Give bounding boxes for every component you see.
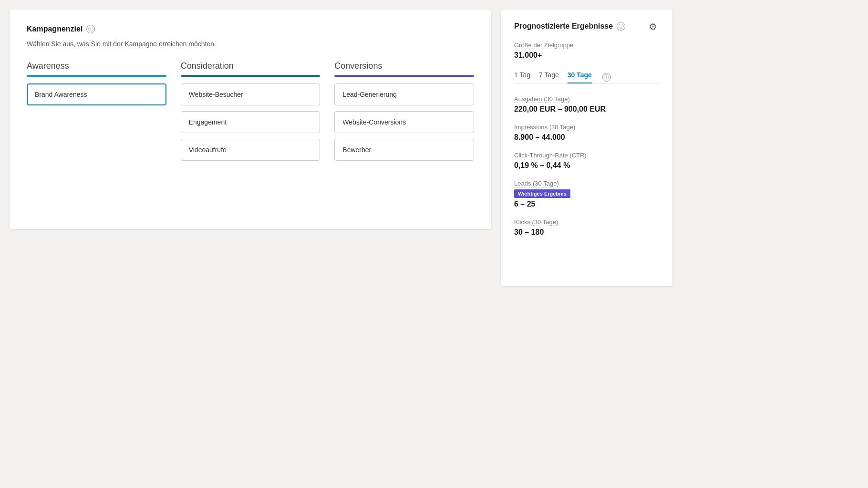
category-col-conversions: ConversionsLead-GenerierungWebsite-Conve… (334, 61, 474, 166)
metric-value-badge-row: Wichtiges Ergebnis (514, 189, 659, 198)
metric-label: Impressions (30 Tage) (514, 124, 575, 131)
category-col-awareness: AwarenessBrand Awareness (27, 61, 181, 166)
card-subtitle: Wählen Sie aus, was Sie mit der Kampagne… (27, 40, 474, 48)
card-title-row: Kampagnenziel ⓘ (27, 25, 474, 33)
audience-label: Größe der Zielgruppe (514, 42, 573, 49)
category-bar-consideration (181, 75, 320, 77)
option-btn-website-besucher[interactable]: Website-Besucher (181, 83, 320, 105)
metric-label: Ausgaben (30 Tage) (514, 95, 570, 103)
tab-7-tage[interactable]: 7 Tage (539, 71, 559, 83)
category-header-awareness: Awareness (27, 61, 166, 77)
option-btn-bewerber[interactable]: Bewerber (334, 139, 474, 161)
panel-title-row: Prognostizierte Ergebnisse ⓘ (514, 22, 625, 31)
categories-row: AwarenessBrand AwarenessConsiderationWeb… (27, 61, 474, 166)
option-btn-lead-generierung[interactable]: Lead-Generierung (334, 83, 474, 105)
category-bar-awareness (27, 75, 166, 77)
audience-value: 31.000+ (514, 51, 659, 60)
option-btn-brand-awareness[interactable]: Brand Awareness (27, 83, 166, 105)
title-info-icon[interactable]: ⓘ (86, 25, 95, 33)
metric-label: Click-Through-Rate (CTR) (514, 152, 587, 159)
tab-30-tage[interactable]: 30 Tage (568, 71, 592, 83)
option-btn-engagement[interactable]: Engagement (181, 111, 320, 133)
panel-info-icon[interactable]: ⓘ (617, 22, 625, 31)
category-header-conversions: Conversions (334, 61, 474, 77)
metric-row-leads--30-tage-: Leads (30 Tage)Wichtiges Ergebnis6 – 25 (514, 179, 659, 208)
metric-value: 8.900 – 44.000 (514, 133, 659, 142)
category-title-consideration: Consideration (181, 61, 320, 71)
settings-icon[interactable]: ⚙ (649, 21, 659, 31)
audience-size-section: Größe der Zielgruppe 31.000+ (514, 41, 659, 60)
campaign-goal-card: Kampagnenziel ⓘ Wählen Sie aus, was Sie … (10, 10, 491, 229)
metric-value: 220,00 EUR – 900,00 EUR (514, 105, 659, 114)
time-tabs: 1 Tag7 Tage30 Tageⓘ (514, 71, 659, 83)
tab-1-tag[interactable]: 1 Tag (514, 71, 530, 83)
category-title-awareness: Awareness (27, 61, 166, 71)
metric-row-ausgaben--30-tage-: Ausgaben (30 Tage)220,00 EUR – 900,00 EU… (514, 95, 659, 114)
metric-row-click-through-rate--ctr-: Click-Through-Rate (CTR)0,19 % – 0,44 % (514, 151, 659, 170)
metric-row-klicks--30-tage-: Klicks (30 Tage)30 – 180 (514, 218, 659, 237)
category-bar-conversions (334, 75, 474, 77)
category-title-conversions: Conversions (334, 61, 474, 71)
wichtiges-ergebnis-badge: Wichtiges Ergebnis (514, 189, 570, 198)
panel-title: Prognostizierte Ergebnisse (514, 22, 613, 31)
metric-label: Leads (30 Tage) (514, 180, 559, 187)
card-title: Kampagnenziel (27, 25, 83, 33)
option-btn-website-conversions[interactable]: Website-Conversions (334, 111, 474, 133)
metrics-container: Ausgaben (30 Tage)220,00 EUR – 900,00 EU… (514, 95, 659, 237)
tabs-info-icon[interactable]: ⓘ (602, 73, 611, 82)
metric-value: 6 – 25 (514, 200, 659, 208)
option-btn-videoaufrufe[interactable]: Videoaufrufe (181, 139, 320, 161)
category-col-consideration: ConsiderationWebsite-BesucherEngagementV… (181, 61, 335, 166)
results-panel: Prognostizierte Ergebnisse ⓘ ⚙ Größe der… (501, 10, 672, 286)
metric-value: 0,19 % – 0,44 % (514, 161, 659, 170)
panel-header: Prognostizierte Ergebnisse ⓘ ⚙ (514, 21, 659, 31)
category-header-consideration: Consideration (181, 61, 320, 77)
metric-row-impressions--30-tage-: Impressions (30 Tage)8.900 – 44.000 (514, 123, 659, 142)
metric-value: 30 – 180 (514, 228, 659, 237)
metric-label: Klicks (30 Tage) (514, 218, 558, 226)
